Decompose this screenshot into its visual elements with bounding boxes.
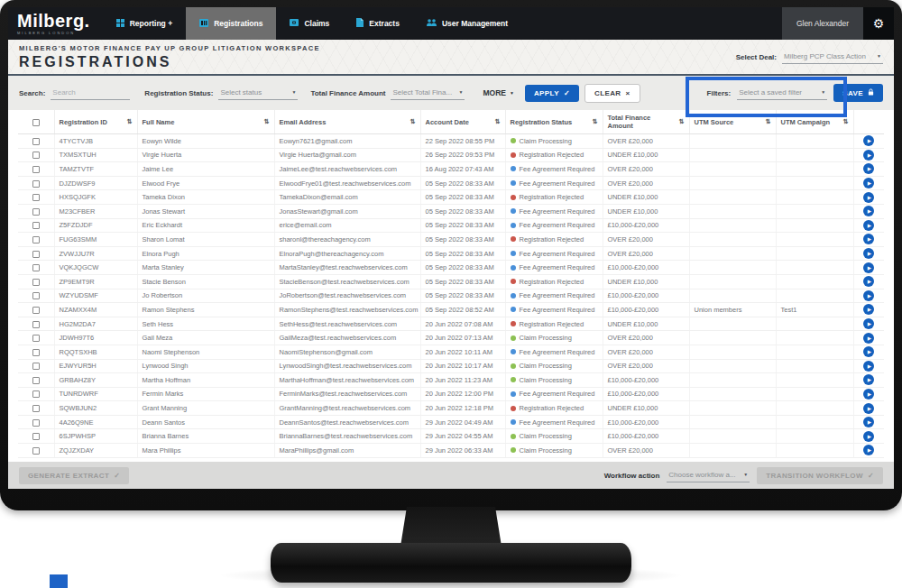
table-row[interactable]: 6SJPWHSP Brianna Barnes BriannaBarnes@te… [18, 429, 884, 444]
table-row[interactable]: FUG63SMM Sharon Lomat sharonl@thereachag… [18, 233, 884, 247]
column-header[interactable]: Registration Status⇅ [505, 110, 603, 134]
row-open-button[interactable]: ▶ [863, 431, 874, 442]
workflow-select[interactable]: Choose workflow a... ▼ [667, 469, 750, 482]
row-checkbox[interactable] [32, 251, 40, 258]
column-header[interactable]: Account Date⇅ [420, 110, 505, 134]
sort-icon[interactable]: ⇅ [264, 118, 270, 125]
row-open-button[interactable]: ▶ [863, 150, 874, 161]
table-row[interactable]: SQWBJUN2 Grant Manning GrantManning@test… [18, 401, 884, 416]
table-row[interactable]: 4A26Q9NE Deann Santos DeannSantos@test.r… [18, 415, 884, 429]
more-filters-button[interactable]: MORE ▼ [483, 88, 513, 97]
apply-button[interactable]: APPLY ✓ [525, 85, 579, 102]
sort-icon[interactable]: ⇅ [843, 118, 849, 125]
sort-icon[interactable]: ⇅ [766, 118, 771, 125]
row-checkbox[interactable] [32, 208, 40, 216]
row-open-button[interactable]: ▶ [863, 333, 874, 344]
select-deal-dropdown[interactable]: Milberg PCP Class Action ▼ [782, 51, 883, 64]
table-row[interactable]: TUNRDWRF Fermin Marks FerminMarks@test.r… [18, 387, 884, 401]
transition-workflow-button[interactable]: TRANSITION WORKFLOW ✓ [757, 467, 883, 484]
column-header[interactable]: UTM Source⇅ [689, 110, 776, 134]
table-row[interactable]: DJZDWSF9 Elwood Frye ElwoodFrye01@test.r… [18, 176, 884, 190]
save-filter-button[interactable]: SAVE [833, 84, 883, 102]
nav-item-claims[interactable]: Claims [276, 7, 343, 40]
saved-filter-select[interactable]: Select a saved filter ▼ [737, 87, 827, 100]
nav-item-user-management[interactable]: User Management [413, 7, 521, 40]
sort-icon[interactable]: ⇅ [495, 118, 501, 125]
sort-icon[interactable]: ⇅ [410, 118, 416, 125]
nav-item-extracts[interactable]: Extracts [343, 7, 413, 40]
table-row[interactable]: 4TYCTVJB Eowyn Wilde Eowyn7621@gmail.com… [18, 134, 884, 149]
table-row[interactable]: HXSQJGFK Tameka Dixon TamekaDixon@email.… [18, 190, 884, 205]
row-checkbox[interactable] [32, 335, 40, 342]
row-checkbox[interactable] [32, 433, 40, 440]
row-open-button[interactable]: ▶ [863, 346, 874, 357]
total-finance-select[interactable]: Select Total Fina... ▼ [391, 87, 465, 100]
row-open-button[interactable]: ▶ [863, 206, 874, 216]
row-open-button[interactable]: ▶ [863, 374, 874, 385]
row-checkbox[interactable] [32, 447, 40, 455]
column-header[interactable]: Registration ID⇅ [54, 110, 137, 134]
settings-button[interactable]: ⚙ [863, 7, 894, 40]
table-row[interactable]: HG2M2DA7 Seth Hess SethHess@test.reachwe… [18, 317, 884, 331]
row-checkbox[interactable] [32, 292, 40, 299]
row-open-button[interactable]: ▶ [863, 262, 874, 273]
row-checkbox[interactable] [32, 152, 40, 159]
table-row[interactable]: RQQTSXHB Naomi Stephenson NaomiStephenso… [18, 345, 884, 359]
row-open-button[interactable]: ▶ [863, 304, 874, 315]
table-row[interactable]: TXMSXTUH Virgie Huerta Virgie Huerta@gma… [18, 148, 884, 162]
column-header[interactable]: UTM Campaign⇅ [776, 110, 853, 134]
row-checkbox[interactable] [32, 222, 40, 229]
row-open-button[interactable]: ▶ [863, 220, 874, 231]
nav-item-reporting[interactable]: Reporting + [103, 7, 186, 40]
table-row[interactable]: ZVWJJU7R Elnora Pugh ElnoraPugh@thereach… [18, 246, 884, 261]
user-menu[interactable]: Glen Alexander [782, 7, 863, 40]
column-header[interactable]: Full Name⇅ [137, 110, 274, 134]
row-checkbox[interactable] [32, 377, 40, 384]
row-open-button[interactable]: ▶ [863, 417, 874, 427]
milberg-logo[interactable]: Milberg. MILBERG LONDON [8, 7, 103, 40]
row-open-button[interactable]: ▶ [863, 361, 874, 372]
nav-item-registrations[interactable]: Registrations [186, 7, 276, 40]
row-open-button[interactable]: ▶ [863, 403, 874, 414]
registration-status-select[interactable]: Select status ▼ [218, 87, 298, 100]
row-checkbox[interactable] [32, 264, 40, 271]
table-row[interactable]: WZYUDSMF Jo Robertson JoRobertson@test.r… [18, 289, 884, 303]
table-row[interactable]: M23CFBER Jonas Stewart JonasStewart@gmai… [18, 204, 884, 218]
select-all-checkbox[interactable] [32, 119, 40, 126]
table-row[interactable]: TAMZTVTF Jaime Lee JaimeLee@test.reachwe… [18, 162, 884, 177]
row-open-button[interactable]: ▶ [863, 290, 874, 301]
table-row[interactable]: ZQJZXDAY Mara Phillips MaraPhillips@gmai… [18, 444, 884, 458]
row-checkbox[interactable] [32, 180, 40, 188]
row-open-button[interactable]: ▶ [863, 163, 874, 174]
row-open-button[interactable]: ▶ [863, 445, 874, 455]
row-checkbox[interactable] [32, 419, 40, 427]
row-checkbox[interactable] [32, 405, 40, 412]
row-open-button[interactable]: ▶ [863, 192, 874, 203]
row-open-button[interactable]: ▶ [863, 234, 874, 244]
row-open-button[interactable]: ▶ [863, 318, 874, 329]
row-checkbox[interactable] [32, 138, 40, 145]
table-row[interactable]: EJWYUR5H Lynwood Singh LynwoodSingh@test… [18, 359, 884, 373]
row-open-button[interactable]: ▶ [863, 389, 874, 400]
row-open-button[interactable]: ▶ [863, 248, 874, 259]
row-checkbox[interactable] [32, 194, 40, 201]
row-open-button[interactable]: ▶ [863, 276, 874, 287]
column-header[interactable]: Email Address⇅ [274, 110, 420, 134]
table-row[interactable]: VQKJQGCW Marta Stanley MartaStanley@test… [18, 261, 884, 275]
clear-button[interactable]: CLEAR × [584, 84, 640, 103]
generate-extract-button[interactable]: GENERATE EXTRACT ✓ [19, 467, 129, 484]
row-checkbox[interactable] [32, 321, 40, 328]
sort-icon[interactable]: ⇅ [127, 118, 133, 125]
table-row[interactable]: NZAMXX4M Ramon Stephens RamonStephens@te… [18, 303, 884, 317]
sort-icon[interactable]: ⇅ [679, 118, 685, 125]
sort-icon[interactable]: ⇅ [593, 118, 598, 125]
table-row[interactable]: Z5FZDJDF Eric Eckhardt erice@email.com 0… [18, 218, 884, 233]
row-checkbox[interactable] [32, 279, 40, 286]
row-open-button[interactable]: ▶ [863, 178, 874, 188]
table-row[interactable]: JDWH97T6 Gail Meza GailMeza@test.reachwe… [18, 331, 884, 345]
row-checkbox[interactable] [32, 349, 40, 356]
search-input[interactable]: Search [51, 87, 130, 100]
column-header[interactable]: Total Finance Amount⇅ [603, 110, 689, 134]
table-row[interactable]: ZP9EMT9R Stacie Benson StacieBenson@test… [18, 274, 884, 289]
table-row[interactable]: GRBAHZ8Y Martha Hoffman MarthaHoffman@te… [18, 373, 884, 388]
